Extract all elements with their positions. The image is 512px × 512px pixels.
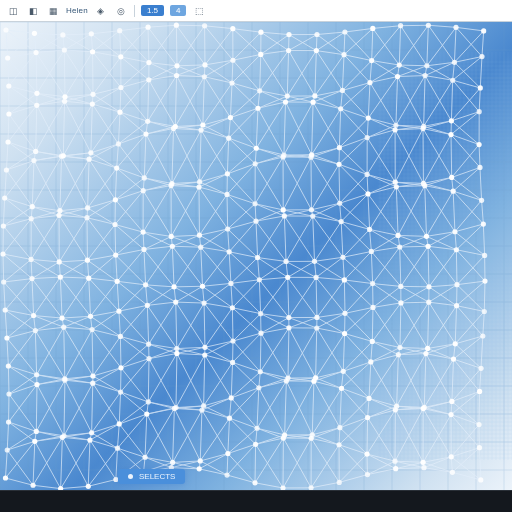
svg-point-1575 (392, 459, 397, 464)
svg-line-1142 (7, 431, 36, 450)
svg-point-1317 (230, 58, 235, 63)
svg-point-1310 (33, 50, 38, 55)
svg-point-1405 (168, 183, 173, 188)
diamond-icon[interactable]: ◈ (94, 4, 108, 18)
svg-line-973 (316, 328, 317, 378)
svg-line-978 (345, 334, 371, 362)
svg-point-1522 (423, 351, 428, 356)
svg-line-658 (31, 219, 59, 262)
svg-point-1430 (367, 227, 372, 232)
svg-point-1410 (309, 207, 314, 212)
svg-point-1302 (314, 32, 319, 37)
svg-line-264 (177, 66, 204, 77)
svg-line-196 (149, 25, 176, 62)
svg-line-462 (117, 144, 119, 168)
svg-line-495 (339, 148, 367, 175)
svg-line-563 (339, 164, 340, 203)
svg-point-1349 (117, 110, 122, 115)
svg-point-1370 (198, 127, 203, 132)
svg-line-673 (143, 232, 144, 249)
svg-line-279 (287, 50, 288, 96)
svg-line-393 (118, 112, 120, 144)
svg-point-1406 (196, 184, 201, 189)
svg-line-1191 (395, 409, 423, 410)
network-canvas[interactable]: SELECTS (0, 22, 512, 490)
svg-line-321 (93, 94, 120, 112)
svg-point-1409 (281, 207, 286, 212)
svg-line-934 (35, 331, 64, 379)
box-icon[interactable]: ⬚ (192, 4, 206, 18)
svg-point-1322 (369, 58, 374, 63)
svg-line-1202 (423, 415, 451, 463)
svg-line-390 (92, 104, 118, 144)
svg-point-1404 (141, 188, 146, 193)
svg-line-377 (9, 105, 37, 114)
svg-line-182 (91, 34, 92, 52)
svg-line-1000 (8, 366, 37, 385)
svg-line-782 (428, 246, 429, 287)
svg-point-1296 (145, 25, 150, 30)
svg-point-1347 (62, 99, 67, 104)
svg-point-1483 (342, 311, 347, 316)
svg-line-550 (255, 157, 283, 164)
svg-line-519 (32, 161, 34, 207)
svg-line-938 (64, 327, 93, 376)
svg-line-1188 (367, 418, 368, 454)
svg-line-849 (373, 286, 401, 307)
svg-line-1226 (145, 457, 171, 467)
svg-line-240 (8, 58, 9, 86)
svg-line-385 (63, 101, 64, 156)
svg-line-1155 (147, 408, 175, 414)
bottom-bar (0, 490, 512, 512)
svg-line-378 (8, 114, 9, 142)
svg-line-754 (229, 252, 231, 284)
svg-line-470 (172, 128, 174, 183)
svg-point-1440 (141, 247, 146, 252)
svg-point-1346 (34, 103, 39, 108)
svg-line-792 (4, 282, 5, 310)
svg-line-250 (93, 52, 121, 57)
svg-line-728 (4, 259, 31, 282)
svg-line-386 (65, 101, 91, 153)
svg-line-751 (201, 247, 231, 283)
svg-point-1306 (426, 23, 431, 28)
svg-line-641 (396, 187, 426, 237)
grid-icon[interactable]: ◫ (6, 4, 20, 18)
status-pill[interactable]: SELECTS (118, 469, 185, 484)
svg-point-1590 (308, 485, 313, 490)
svg-point-1381 (4, 167, 9, 172)
svg-point-1326 (479, 54, 484, 59)
svg-line-648 (453, 191, 455, 232)
svg-point-1402 (85, 205, 90, 210)
svg-point-1372 (254, 146, 259, 151)
svg-line-655 (3, 226, 31, 259)
svg-line-346 (230, 91, 259, 118)
svg-point-1442 (198, 245, 203, 250)
svg-point-1555 (337, 425, 342, 430)
svg-line-614 (171, 187, 199, 236)
svg-point-1505 (453, 341, 458, 346)
svg-line-288 (344, 55, 370, 83)
svg-point-1465 (342, 277, 347, 282)
svg-point-1497 (230, 338, 235, 343)
svg-line-813 (119, 285, 146, 311)
target-icon[interactable]: ◎ (114, 4, 128, 18)
svg-line-601 (115, 200, 143, 232)
svg-line-939 (37, 327, 64, 375)
svg-line-552 (255, 164, 283, 210)
svg-line-745 (172, 246, 200, 247)
cells-icon[interactable]: ▦ (46, 4, 60, 18)
badge-2[interactable]: 4 (170, 5, 186, 16)
svg-line-1072 (37, 385, 64, 436)
svg-line-208 (233, 32, 261, 60)
badge-1[interactable]: 1.5 (141, 5, 164, 16)
svg-point-1391 (280, 154, 285, 159)
svg-line-839 (344, 280, 345, 313)
svg-point-1565 (115, 446, 120, 451)
svg-point-1501 (342, 331, 347, 336)
split-icon[interactable]: ◧ (26, 4, 40, 18)
svg-line-1215 (33, 437, 62, 485)
svg-line-531 (115, 168, 116, 200)
svg-point-1549 (172, 406, 177, 411)
svg-point-1400 (30, 204, 35, 209)
